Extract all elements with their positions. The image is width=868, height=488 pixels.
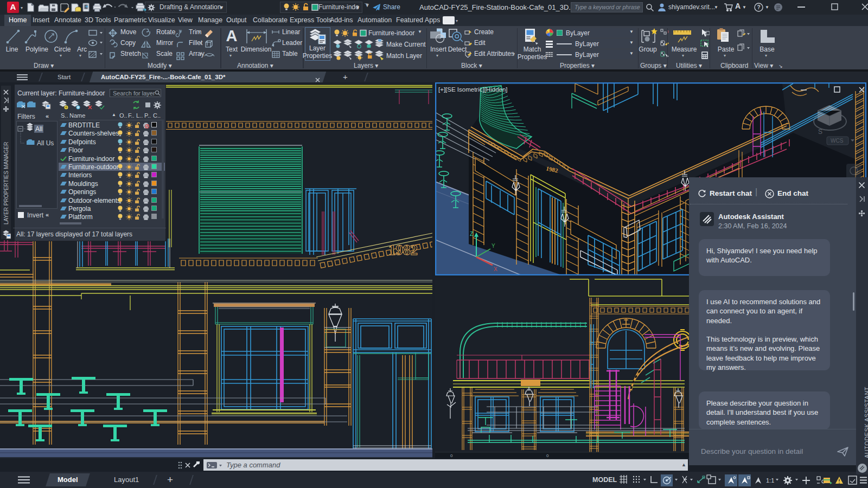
svg-text:Z: Z — [470, 231, 473, 237]
svg-text:WCS: WCS — [831, 138, 844, 144]
svg-text:[+][SE Isometric][Hidden]: [+][SE Isometric][Hidden] — [438, 86, 508, 93]
svg-text:1982: 1982 — [388, 242, 418, 258]
svg-text:?: ? — [757, 4, 761, 10]
svg-text:1:1: 1:1 — [766, 477, 774, 484]
svg-text:All: All — [35, 125, 42, 133]
svg-text:S: S — [818, 128, 822, 136]
svg-text:All Us: All Us — [37, 139, 54, 147]
svg-text:0: 0 — [546, 453, 549, 458]
svg-text:Y: Y — [492, 243, 495, 249]
svg-text:X: X — [494, 266, 497, 272]
svg-text:LAYER PROPERTIES MANAGER: LAYER PROPERTIES MANAGER — [3, 142, 9, 224]
svg-text:0: 0 — [450, 453, 453, 458]
